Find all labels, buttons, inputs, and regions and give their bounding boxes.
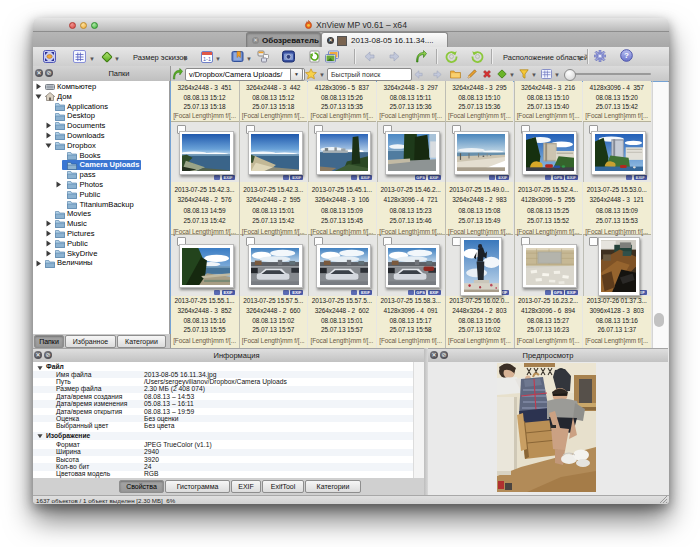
svg-text:?: ? [624,51,629,60]
svg-text:1-1: 1-1 [203,56,211,62]
